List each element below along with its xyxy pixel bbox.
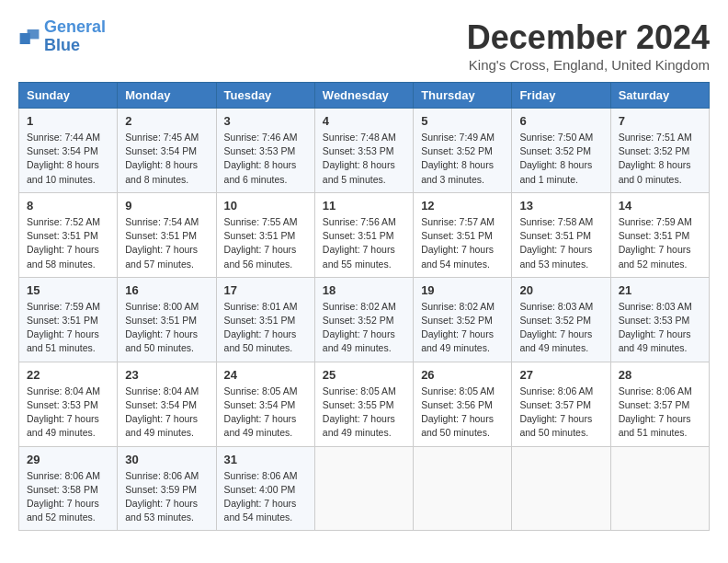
calendar-cell: 3Sunrise: 7:46 AMSunset: 3:53 PMDaylight… xyxy=(216,109,314,193)
header-monday: Monday xyxy=(118,83,216,109)
calendar-cell: 31Sunrise: 8:06 AMSunset: 4:00 PMDayligh… xyxy=(216,446,314,531)
day-number: 29 xyxy=(27,453,109,466)
week-row-5: 29Sunrise: 8:06 AMSunset: 3:58 PMDayligh… xyxy=(19,446,710,531)
calendar-cell: 24Sunrise: 8:05 AMSunset: 3:54 PMDayligh… xyxy=(216,362,314,446)
day-number: 12 xyxy=(421,199,504,213)
day-number: 21 xyxy=(619,283,701,297)
calendar-cell: 9Sunrise: 7:54 AMSunset: 3:51 PMDaylight… xyxy=(118,192,216,277)
day-number: 19 xyxy=(421,283,504,297)
day-detail: Sunrise: 7:52 AMSunset: 3:51 PMDaylight:… xyxy=(27,215,109,271)
logo-icon xyxy=(18,26,40,48)
day-number: 8 xyxy=(27,199,109,213)
day-number: 28 xyxy=(619,368,701,382)
logo-line2: Blue xyxy=(44,36,80,54)
day-detail: Sunrise: 8:00 AMSunset: 3:51 PMDaylight:… xyxy=(125,300,208,356)
day-detail: Sunrise: 8:01 AMSunset: 3:51 PMDaylight:… xyxy=(224,300,307,356)
day-detail: Sunrise: 8:06 AMSunset: 3:57 PMDaylight:… xyxy=(519,385,602,441)
day-detail: Sunrise: 8:05 AMSunset: 3:54 PMDaylight:… xyxy=(224,385,307,441)
day-number: 22 xyxy=(27,368,109,382)
day-number: 23 xyxy=(125,368,208,382)
day-detail: Sunrise: 8:03 AMSunset: 3:53 PMDaylight:… xyxy=(619,300,701,356)
day-number: 3 xyxy=(224,114,307,128)
day-detail: Sunrise: 8:02 AMSunset: 3:52 PMDaylight:… xyxy=(421,300,504,356)
day-number: 9 xyxy=(125,199,208,213)
day-number: 24 xyxy=(224,368,307,382)
week-row-3: 15Sunrise: 7:59 AMSunset: 3:51 PMDayligh… xyxy=(19,277,710,362)
calendar-cell xyxy=(414,446,512,531)
day-number: 27 xyxy=(519,368,602,382)
day-number: 20 xyxy=(519,283,602,297)
calendar-cell: 8Sunrise: 7:52 AMSunset: 3:51 PMDaylight… xyxy=(19,192,118,277)
day-detail: Sunrise: 8:06 AMSunset: 3:57 PMDaylight:… xyxy=(619,385,701,441)
logo-line1: General xyxy=(44,17,106,36)
calendar-cell: 1Sunrise: 7:44 AMSunset: 3:54 PMDaylight… xyxy=(19,109,118,193)
day-number: 30 xyxy=(125,453,208,466)
title-block: December 2024 King's Cross, England, Uni… xyxy=(467,18,710,73)
calendar-cell: 23Sunrise: 8:04 AMSunset: 3:54 PMDayligh… xyxy=(118,362,216,446)
week-row-1: 1Sunrise: 7:44 AMSunset: 3:54 PMDaylight… xyxy=(19,109,710,193)
day-number: 18 xyxy=(323,283,405,297)
day-detail: Sunrise: 8:06 AMSunset: 3:58 PMDaylight:… xyxy=(27,469,109,525)
calendar-cell: 11Sunrise: 7:56 AMSunset: 3:51 PMDayligh… xyxy=(314,192,413,277)
day-number: 2 xyxy=(125,114,208,128)
day-detail: Sunrise: 7:51 AMSunset: 3:52 PMDaylight:… xyxy=(619,131,701,187)
calendar-cell: 5Sunrise: 7:49 AMSunset: 3:52 PMDaylight… xyxy=(414,109,512,193)
day-detail: Sunrise: 8:06 AMSunset: 3:59 PMDaylight:… xyxy=(125,469,208,525)
day-detail: Sunrise: 7:46 AMSunset: 3:53 PMDaylight:… xyxy=(224,131,307,187)
day-number: 5 xyxy=(421,114,504,128)
day-number: 31 xyxy=(224,453,307,466)
calendar-cell: 13Sunrise: 7:58 AMSunset: 3:51 PMDayligh… xyxy=(512,192,610,277)
calendar-cell: 12Sunrise: 7:57 AMSunset: 3:51 PMDayligh… xyxy=(414,192,512,277)
day-detail: Sunrise: 7:48 AMSunset: 3:53 PMDaylight:… xyxy=(323,131,405,187)
header-tuesday: Tuesday xyxy=(216,83,314,109)
calendar-cell: 6Sunrise: 7:50 AMSunset: 3:52 PMDaylight… xyxy=(512,109,610,193)
calendar-body: 1Sunrise: 7:44 AMSunset: 3:54 PMDaylight… xyxy=(19,109,710,531)
logo: General Blue xyxy=(18,18,106,55)
day-detail: Sunrise: 7:54 AMSunset: 3:51 PMDaylight:… xyxy=(125,215,208,271)
header-row: SundayMondayTuesdayWednesdayThursdayFrid… xyxy=(19,83,710,109)
day-detail: Sunrise: 7:59 AMSunset: 3:51 PMDaylight:… xyxy=(27,300,109,356)
day-number: 14 xyxy=(619,199,701,213)
calendar-cell: 4Sunrise: 7:48 AMSunset: 3:53 PMDaylight… xyxy=(314,109,413,193)
header-sunday: Sunday xyxy=(19,83,118,109)
day-number: 13 xyxy=(519,199,602,213)
calendar-cell: 19Sunrise: 8:02 AMSunset: 3:52 PMDayligh… xyxy=(414,277,512,362)
calendar-cell: 22Sunrise: 8:04 AMSunset: 3:53 PMDayligh… xyxy=(19,362,118,446)
day-detail: Sunrise: 7:57 AMSunset: 3:51 PMDaylight:… xyxy=(421,215,504,271)
day-number: 11 xyxy=(323,199,405,213)
day-detail: Sunrise: 7:45 AMSunset: 3:54 PMDaylight:… xyxy=(125,131,208,187)
header-thursday: Thursday xyxy=(414,83,512,109)
calendar-cell: 28Sunrise: 8:06 AMSunset: 3:57 PMDayligh… xyxy=(610,362,709,446)
day-detail: Sunrise: 7:50 AMSunset: 3:52 PMDaylight:… xyxy=(519,131,602,187)
day-detail: Sunrise: 7:58 AMSunset: 3:51 PMDaylight:… xyxy=(519,215,602,271)
page-header: General Blue December 2024 King's Cross,… xyxy=(18,18,710,73)
day-number: 4 xyxy=(323,114,405,128)
day-detail: Sunrise: 8:04 AMSunset: 3:54 PMDaylight:… xyxy=(125,385,208,441)
svg-marker-1 xyxy=(20,33,30,44)
calendar-cell xyxy=(610,446,709,531)
week-row-2: 8Sunrise: 7:52 AMSunset: 3:51 PMDaylight… xyxy=(19,192,710,277)
day-number: 7 xyxy=(619,114,701,128)
calendar-cell: 18Sunrise: 8:02 AMSunset: 3:52 PMDayligh… xyxy=(314,277,413,362)
calendar-cell: 29Sunrise: 8:06 AMSunset: 3:58 PMDayligh… xyxy=(19,446,118,531)
header-friday: Friday xyxy=(512,83,610,109)
day-detail: Sunrise: 8:05 AMSunset: 3:55 PMDaylight:… xyxy=(323,385,405,441)
calendar-cell: 30Sunrise: 8:06 AMSunset: 3:59 PMDayligh… xyxy=(118,446,216,531)
day-detail: Sunrise: 8:03 AMSunset: 3:52 PMDaylight:… xyxy=(519,300,602,356)
calendar-cell: 26Sunrise: 8:05 AMSunset: 3:56 PMDayligh… xyxy=(414,362,512,446)
day-number: 16 xyxy=(125,283,208,297)
calendar-cell: 20Sunrise: 8:03 AMSunset: 3:52 PMDayligh… xyxy=(512,277,610,362)
day-detail: Sunrise: 8:02 AMSunset: 3:52 PMDaylight:… xyxy=(323,300,405,356)
day-detail: Sunrise: 8:04 AMSunset: 3:53 PMDaylight:… xyxy=(27,385,109,441)
day-detail: Sunrise: 8:05 AMSunset: 3:56 PMDaylight:… xyxy=(421,385,504,441)
day-detail: Sunrise: 7:49 AMSunset: 3:52 PMDaylight:… xyxy=(421,131,504,187)
day-detail: Sunrise: 7:44 AMSunset: 3:54 PMDaylight:… xyxy=(27,131,109,187)
day-number: 15 xyxy=(27,283,109,297)
calendar-cell: 14Sunrise: 7:59 AMSunset: 3:51 PMDayligh… xyxy=(610,192,709,277)
calendar-table: SundayMondayTuesdayWednesdayThursdayFrid… xyxy=(18,82,710,531)
day-detail: Sunrise: 7:59 AMSunset: 3:51 PMDaylight:… xyxy=(619,215,701,271)
calendar-cell: 15Sunrise: 7:59 AMSunset: 3:51 PMDayligh… xyxy=(19,277,118,362)
calendar-cell: 10Sunrise: 7:55 AMSunset: 3:51 PMDayligh… xyxy=(216,192,314,277)
calendar-cell: 27Sunrise: 8:06 AMSunset: 3:57 PMDayligh… xyxy=(512,362,610,446)
day-number: 17 xyxy=(224,283,307,297)
